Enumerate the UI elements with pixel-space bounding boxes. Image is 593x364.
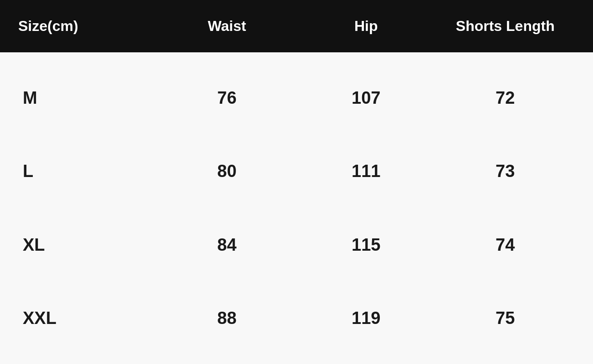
size-chart-table: Size(cm) Waist Hip Shorts Length M 76 10… xyxy=(0,0,593,364)
table-row: XXL 88 119 75 xyxy=(18,304,575,333)
table-row: XL 84 115 74 xyxy=(18,231,575,259)
table-row: L 80 111 73 xyxy=(18,157,575,186)
cell-hip-xl: 115 xyxy=(296,235,436,255)
header-hip: Hip xyxy=(296,18,436,35)
header-shorts-length: Shorts Length xyxy=(436,18,575,35)
cell-size-xxl: XXL xyxy=(18,308,158,328)
cell-waist-l: 80 xyxy=(158,162,297,181)
cell-waist-xxl: 88 xyxy=(158,308,297,328)
table-row: M 76 107 72 xyxy=(18,84,575,112)
header-waist: Waist xyxy=(158,18,297,35)
table-header-row: Size(cm) Waist Hip Shorts Length xyxy=(0,0,593,52)
cell-size-m: M xyxy=(18,88,158,108)
cell-size-l: L xyxy=(18,162,158,181)
cell-waist-m: 76 xyxy=(158,88,297,108)
cell-shorts-length-l: 73 xyxy=(436,162,575,181)
cell-shorts-length-xl: 74 xyxy=(436,235,575,255)
cell-waist-xl: 84 xyxy=(158,235,297,255)
cell-hip-xxl: 119 xyxy=(296,308,436,328)
cell-size-xl: XL xyxy=(18,235,158,255)
cell-hip-m: 107 xyxy=(296,88,436,108)
cell-hip-l: 111 xyxy=(296,162,436,181)
header-size: Size(cm) xyxy=(18,18,158,35)
table-body: M 76 107 72 L 80 111 73 XL 84 115 74 XXL… xyxy=(0,52,593,364)
cell-shorts-length-m: 72 xyxy=(436,88,575,108)
cell-shorts-length-xxl: 75 xyxy=(436,308,575,328)
